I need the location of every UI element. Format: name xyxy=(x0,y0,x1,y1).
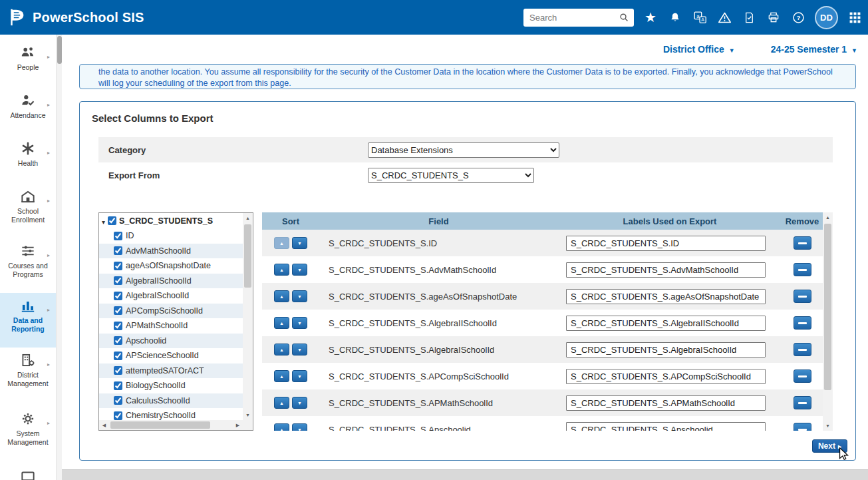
print-button[interactable] xyxy=(766,9,782,25)
sort-up-button[interactable] xyxy=(274,344,289,356)
sort-up-button[interactable] xyxy=(274,264,289,276)
sidebar-item-courses-programs[interactable]: Courses and Programs xyxy=(0,238,56,293)
sort-up-button[interactable] xyxy=(274,237,289,249)
tree-root-checkbox[interactable] xyxy=(108,216,116,225)
remove-column-button[interactable] xyxy=(794,236,811,250)
tree-item-checkbox[interactable] xyxy=(114,306,122,315)
notifications-button[interactable] xyxy=(667,9,683,25)
report-queue-button[interactable] xyxy=(741,9,757,25)
tree-item-checkbox[interactable] xyxy=(114,352,122,360)
tree-item-checkbox[interactable] xyxy=(114,232,122,240)
tree-item[interactable]: attemptedSATOrACT xyxy=(99,363,243,379)
tree-item[interactable]: AlgebraISchoolId xyxy=(99,288,243,304)
sidebar-item-partial[interactable] xyxy=(0,465,56,480)
tree-item[interactable]: BiologySchoolId xyxy=(99,378,243,393)
tree-item-checkbox[interactable] xyxy=(114,292,122,300)
remove-column-button[interactable] xyxy=(794,263,811,276)
export-label-input[interactable] xyxy=(566,316,766,331)
tree-item[interactable]: Apschoolid xyxy=(99,334,243,349)
remove-column-button[interactable] xyxy=(794,290,811,303)
table-vscroll-thumb[interactable] xyxy=(824,224,831,390)
sort-up-button[interactable] xyxy=(274,397,289,409)
tree-item-checkbox[interactable] xyxy=(114,246,122,255)
sort-down-button[interactable] xyxy=(292,397,307,409)
export-label-input[interactable] xyxy=(566,395,766,411)
sort-down-button[interactable] xyxy=(292,237,307,249)
school-selector[interactable]: District Office xyxy=(663,44,735,55)
remove-column-button[interactable] xyxy=(794,369,811,383)
sort-up-button[interactable] xyxy=(274,317,289,329)
search-input[interactable] xyxy=(529,13,619,23)
sidebar-item-district-management[interactable]: District Management xyxy=(0,348,56,406)
remove-column-button[interactable] xyxy=(794,316,811,330)
export-label-input[interactable] xyxy=(566,262,766,278)
category-select[interactable]: Database Extensions xyxy=(368,142,559,158)
scroll-up-icon[interactable] xyxy=(243,213,253,223)
tree-item[interactable]: AdvMathSchoolId xyxy=(99,244,243,259)
tree-item[interactable]: ChemistrySchoolId xyxy=(99,408,243,420)
remove-column-button[interactable] xyxy=(794,423,811,431)
next-button[interactable]: Next xyxy=(812,439,847,453)
tree-vertical-scrollbar[interactable] xyxy=(243,213,253,420)
alerts-button[interactable] xyxy=(716,9,732,25)
tree-vscroll-thumb[interactable] xyxy=(244,224,251,288)
search-icon[interactable] xyxy=(619,12,630,23)
tree-item[interactable]: CalculusSchoolId xyxy=(99,393,243,409)
tree-item[interactable]: APMathSchoolId xyxy=(99,318,243,334)
user-avatar[interactable]: DD xyxy=(815,6,838,29)
tree-item[interactable]: APCompSciSchoolId xyxy=(99,304,243,319)
tree-item-checkbox[interactable] xyxy=(114,396,122,405)
scroll-left-icon[interactable] xyxy=(99,420,109,430)
scroll-down-icon[interactable] xyxy=(823,421,833,431)
sidebar-item-data-reporting[interactable]: Data and Reporting xyxy=(0,293,56,348)
tree-item-checkbox[interactable] xyxy=(114,322,122,330)
export-label-input[interactable] xyxy=(566,422,766,431)
tree-item-checkbox[interactable] xyxy=(114,381,122,390)
sort-down-button[interactable] xyxy=(292,344,307,356)
tree-hscroll-thumb[interactable] xyxy=(110,421,210,429)
export-label-input[interactable] xyxy=(566,342,766,358)
tree-item[interactable]: ageAsOfSnapshotDate xyxy=(99,258,243,274)
sort-up-button[interactable] xyxy=(274,290,289,302)
export-from-select[interactable]: S_CRDC_STUDENTS_S xyxy=(368,168,534,183)
tree-item[interactable]: AlgebraIISchoolId xyxy=(99,274,243,289)
tree-item-checkbox[interactable] xyxy=(114,262,122,270)
page-scrollbar[interactable] xyxy=(56,35,62,480)
sort-down-button[interactable] xyxy=(292,317,307,329)
sort-down-button[interactable] xyxy=(292,423,307,431)
tree-item-checkbox[interactable] xyxy=(114,366,122,375)
brand[interactable]: PowerSchool SIS xyxy=(7,7,144,27)
sidebar-item-health[interactable]: Health xyxy=(0,136,56,184)
export-label-input[interactable] xyxy=(566,369,766,384)
export-label-input[interactable] xyxy=(566,289,766,304)
tree-horizontal-scrollbar[interactable] xyxy=(99,420,243,430)
sort-down-button[interactable] xyxy=(292,290,307,302)
scroll-right-icon[interactable] xyxy=(233,420,243,430)
tree-expand-icon[interactable] xyxy=(102,215,105,227)
page-scrollbar-thumb[interactable] xyxy=(57,36,62,64)
help-button[interactable]: ? xyxy=(790,9,806,25)
sort-down-button[interactable] xyxy=(292,264,307,276)
tree-item[interactable]: APScienceSchoolId xyxy=(99,348,243,363)
remove-column-button[interactable] xyxy=(794,396,811,409)
scroll-up-icon[interactable] xyxy=(823,212,833,222)
tree-item-checkbox[interactable] xyxy=(114,336,122,345)
tree-root[interactable]: S_CRDC_STUDENTS_S xyxy=(99,213,243,228)
remove-column-button[interactable] xyxy=(794,343,811,356)
favorites-button[interactable] xyxy=(643,9,658,25)
tree-item-checkbox[interactable] xyxy=(114,276,122,285)
sort-down-button[interactable] xyxy=(292,370,307,382)
export-label-input[interactable] xyxy=(566,236,766,251)
term-selector[interactable]: 24-25 Semester 1 xyxy=(771,44,857,55)
sort-up-button[interactable] xyxy=(274,423,289,431)
tree-item-checkbox[interactable] xyxy=(114,411,122,420)
sidebar-item-system-management[interactable]: System Management xyxy=(0,406,56,465)
sort-up-button[interactable] xyxy=(274,370,289,382)
translation-button[interactable]: a A xyxy=(692,9,708,25)
table-vertical-scrollbar[interactable] xyxy=(823,212,833,431)
scroll-down-icon[interactable] xyxy=(243,410,253,420)
sidebar-item-school-enrollment[interactable]: School Enrollment xyxy=(0,184,56,238)
tree-item[interactable]: ID xyxy=(99,228,243,244)
sidebar-item-attendance[interactable]: Attendance xyxy=(0,88,56,136)
sidebar-item-people[interactable]: People xyxy=(0,40,56,88)
